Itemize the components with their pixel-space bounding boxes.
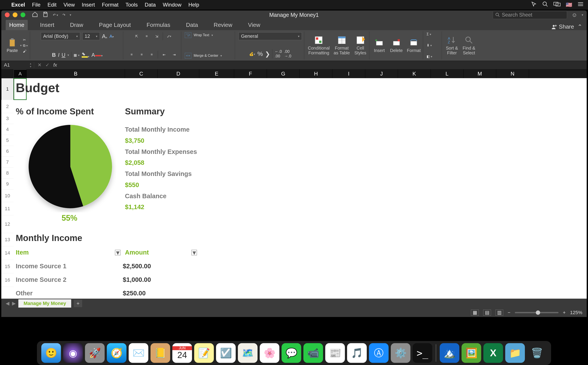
col-header-K[interactable]: K	[398, 70, 431, 78]
decrease-font-icon[interactable]: A▾	[109, 34, 114, 39]
align-middle-icon[interactable]: ≡	[143, 32, 150, 40]
income-col-amount[interactable]: Amount ▾	[125, 249, 197, 256]
align-left-icon[interactable]: ≡	[128, 51, 135, 58]
orientation-icon[interactable]: ⤢▾	[165, 32, 173, 40]
control-center-icon[interactable]	[578, 2, 584, 8]
col-header-L[interactable]: L	[431, 70, 463, 78]
tab-formulas[interactable]: Formulas	[143, 20, 174, 30]
menu-format[interactable]: Format	[102, 2, 118, 8]
dock-appstore[interactable]: Ⓐ	[369, 343, 389, 363]
dock-photos[interactable]: 🌸	[260, 343, 279, 363]
spotlight-icon[interactable]	[542, 1, 548, 8]
cursor-icon[interactable]	[531, 1, 537, 8]
wrap-text-button[interactable]: Wrap Text▾	[185, 32, 213, 38]
view-page-break-icon[interactable]: ▥	[495, 309, 503, 316]
tab-draw[interactable]: Draw	[66, 20, 87, 30]
income-col-item[interactable]: Item ▾	[16, 249, 120, 256]
font-size-select[interactable]: 12▾	[82, 32, 100, 40]
menu-view[interactable]: View	[64, 2, 75, 8]
sort-filter-button[interactable]: AZSort & Filter	[445, 35, 459, 55]
align-top-icon[interactable]: ⇱	[133, 32, 141, 40]
row-header-12[interactable]: 12	[1, 215, 14, 233]
insert-cells-button[interactable]: Insert	[373, 38, 386, 53]
col-header-N[interactable]: N	[496, 70, 529, 78]
col-header-D[interactable]: D	[158, 70, 199, 78]
dock-downloads[interactable]: 📁	[505, 343, 525, 363]
align-bottom-icon[interactable]: ⇲	[153, 32, 161, 40]
tab-page-layout[interactable]: Page Layout	[95, 20, 134, 30]
row-header-4[interactable]: 4	[1, 124, 14, 135]
sheet-nav-prev[interactable]: ◀	[6, 301, 9, 306]
collapse-ribbon-icon[interactable]: ⌃	[578, 23, 582, 30]
table-row[interactable]: Income Source 2$1,000.00	[16, 273, 166, 286]
font-name-select[interactable]: Arial (Body)▾	[41, 32, 80, 40]
dock-news[interactable]: 📰	[325, 343, 345, 363]
share-button[interactable]: Share	[552, 23, 574, 30]
format-painter-icon[interactable]: 🖌	[23, 49, 28, 53]
zoom-level[interactable]: 125%	[570, 310, 582, 316]
table-row[interactable]: Other$250.00	[16, 286, 166, 299]
autosum-icon[interactable]: Σ ▾	[427, 32, 431, 36]
format-as-table-button[interactable]: Format as Table	[334, 35, 350, 55]
dock-music[interactable]: 🎵	[347, 343, 367, 363]
close-window-button[interactable]	[5, 13, 10, 17]
accept-formula-icon[interactable]: ✓	[45, 62, 49, 68]
flag-icon[interactable]: 🇺🇸	[566, 2, 572, 8]
filter-dropdown-icon[interactable]: ▾	[115, 250, 120, 255]
row-header-14[interactable]: 14	[1, 246, 14, 260]
row-header-3[interactable]: 3	[1, 113, 14, 124]
increase-font-icon[interactable]: A▴	[102, 33, 107, 40]
cell-styles-button[interactable]: Cell Styles	[354, 35, 367, 55]
row-header-7[interactable]: 7	[1, 157, 14, 168]
row-header-1[interactable]: 1	[1, 78, 14, 100]
fill-color-button[interactable]: ▾	[82, 51, 89, 58]
add-sheet-button[interactable]: +	[74, 300, 82, 307]
menu-file[interactable]: File	[32, 2, 41, 8]
conditional-formatting-button[interactable]: Conditional Formatting	[308, 35, 330, 55]
dock-settings[interactable]: ⚙️	[391, 343, 411, 363]
row-header-2[interactable]: 2	[1, 100, 14, 113]
dock-siri[interactable]: ◉	[63, 343, 83, 363]
align-center-icon[interactable]: ≡	[138, 51, 145, 58]
zoom-slider[interactable]	[515, 312, 559, 313]
dock-reminders[interactable]: ☑️	[216, 343, 236, 363]
sheet-nav-next[interactable]: ▶	[12, 301, 16, 306]
dock-excel[interactable]: X	[483, 343, 503, 363]
dock-messages[interactable]: 💬	[282, 343, 301, 363]
col-header-B[interactable]: B	[27, 70, 125, 78]
row-header-9[interactable]: 9	[1, 179, 14, 190]
dock-finder[interactable]: 🙂	[41, 343, 61, 363]
col-header-G[interactable]: G	[267, 70, 300, 78]
decrease-indent-icon[interactable]: ⇤	[160, 51, 168, 58]
tab-view[interactable]: View	[245, 20, 264, 30]
find-select-button[interactable]: Find & Select	[462, 35, 475, 55]
delete-cells-button[interactable]: Delete	[390, 38, 403, 53]
dock-trash[interactable]: 🗑️	[527, 343, 547, 363]
redo-icon[interactable]: ↷	[63, 13, 65, 17]
dock-contacts[interactable]: 📒	[150, 343, 170, 363]
menu-data[interactable]: Data	[145, 2, 156, 8]
zoom-in-button[interactable]: +	[563, 310, 566, 316]
search-sheet-input[interactable]: Search Sheet	[493, 11, 567, 19]
menu-window[interactable]: Window	[163, 2, 181, 8]
percent-format-icon[interactable]: %	[257, 50, 263, 57]
col-header-I[interactable]: I	[333, 70, 365, 78]
filter-dropdown-icon[interactable]: ▾	[191, 250, 197, 255]
table-row[interactable]: Income Source 1$2,500.00	[16, 259, 166, 273]
tab-data[interactable]: Data	[182, 20, 201, 30]
tab-review[interactable]: Review	[210, 20, 236, 30]
dock-safari[interactable]: 🧭	[107, 343, 127, 363]
zoom-window-button[interactable]	[21, 13, 25, 17]
row-header-5[interactable]: 5	[1, 135, 14, 146]
qat-customize[interactable]: ▾	[70, 13, 71, 17]
row-header-11[interactable]: 11	[1, 202, 14, 215]
accounting-format-icon[interactable]: 💰▾	[249, 52, 255, 56]
decrease-decimal-icon[interactable]: .00→.0	[284, 49, 291, 58]
col-header-J[interactable]: J	[365, 70, 398, 78]
dock-notes[interactable]: 📝	[194, 343, 214, 363]
underline-button[interactable]: U	[62, 52, 65, 58]
view-normal-icon[interactable]: ▦	[471, 309, 479, 316]
tab-home[interactable]: Home	[6, 20, 28, 30]
row-header-15[interactable]: 15	[1, 260, 14, 273]
dock-maps[interactable]: 🗺️	[238, 343, 257, 363]
